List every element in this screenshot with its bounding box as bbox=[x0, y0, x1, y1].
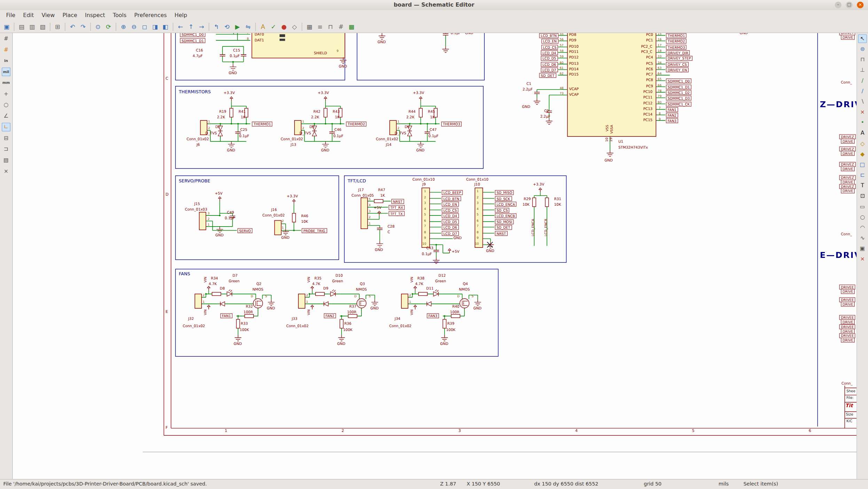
sch-text[interactable]: 0.1µF bbox=[239, 134, 249, 138]
sch-text[interactable]: 100K bbox=[446, 328, 455, 332]
sch-text[interactable]: 2 bbox=[424, 196, 426, 199]
grid-visibility-toggle[interactable]: # bbox=[2, 34, 10, 43]
sheet-pin-tool[interactable]: ⊏ bbox=[858, 171, 867, 180]
sch-text[interactable]: J15 bbox=[194, 202, 200, 206]
sch-text[interactable]: 2 bbox=[208, 218, 210, 221]
sch-text[interactable]: R38 bbox=[417, 277, 424, 280]
sch-text[interactable]: D10 bbox=[335, 274, 343, 277]
sch-text[interactable]: 6 bbox=[477, 219, 479, 222]
sch-text[interactable]: R39 bbox=[447, 322, 454, 326]
grid-overrides-toggle[interactable]: # bbox=[2, 45, 10, 54]
sch-text[interactable]: R45 bbox=[428, 110, 435, 113]
sch-text[interactable]: J34 bbox=[395, 317, 400, 321]
sch-text[interactable]: R42 bbox=[313, 110, 320, 113]
sch-text[interactable]: PD12 bbox=[569, 56, 578, 59]
sch-text[interactable]: 61 bbox=[560, 67, 563, 70]
sch-text[interactable]: SD_MOSI bbox=[495, 219, 514, 224]
sch-text[interactable]: 33 bbox=[658, 55, 662, 58]
sch-text[interactable]: THERMO1 bbox=[252, 121, 272, 127]
sch-text[interactable]: C bbox=[165, 77, 168, 81]
sch-text[interactable]: SDMMC1_D1 bbox=[180, 38, 205, 44]
sch-text[interactable]: R37 bbox=[349, 305, 356, 308]
sch-text[interactable]: LCD_ENCB bbox=[495, 213, 517, 219]
sch-text[interactable]: SD_DET bbox=[539, 73, 556, 78]
sch-text[interactable]: GND bbox=[337, 342, 345, 346]
free-angle-wires-button[interactable]: ∠ bbox=[2, 112, 10, 120]
sch-text[interactable]: LCD_BEEP bbox=[442, 190, 463, 195]
sch-text[interactable]: Tit bbox=[845, 403, 853, 408]
sch-text[interactable]: 5 bbox=[424, 213, 426, 216]
sch-text[interactable]: THERMO2 bbox=[346, 121, 367, 127]
sch-text[interactable]: 3 bbox=[477, 202, 479, 205]
sch-text[interactable]: Conn_01x02 bbox=[263, 214, 285, 217]
sch-text[interactable]: VSSA bbox=[610, 125, 613, 134]
sch-text[interactable]: +3.3V bbox=[287, 195, 298, 198]
hierarchical-sheet-tool[interactable]: □ bbox=[858, 160, 867, 169]
sch-text[interactable]: 3 bbox=[424, 202, 426, 205]
sch-text[interactable]: 10 bbox=[475, 243, 479, 246]
sch-text[interactable]: SDMMC1_D2 bbox=[666, 90, 691, 95]
sch-text[interactable]: D_TVS bbox=[299, 132, 311, 135]
sch-text[interactable]: 62 bbox=[560, 72, 563, 76]
mirror-button[interactable]: ⇋ bbox=[243, 22, 253, 32]
sch-text[interactable]: LCD_D4 bbox=[442, 213, 459, 219]
menu-item-preferences[interactable]: Preferences bbox=[130, 10, 171, 21]
sch-text[interactable]: 57 bbox=[560, 44, 563, 47]
sch-text[interactable]: 4.7K bbox=[312, 282, 320, 286]
nav-up-button[interactable]: ↑ bbox=[186, 22, 196, 32]
sch-text[interactable]: C46 bbox=[334, 128, 341, 132]
units-mils-button[interactable]: mil bbox=[2, 68, 10, 76]
sch-text[interactable]: PD13 bbox=[569, 62, 578, 65]
sch-text[interactable]: VIN bbox=[204, 309, 207, 315]
sch-text[interactable]: +3.3V bbox=[533, 183, 544, 186]
sch-text[interactable]: 8 bbox=[424, 231, 426, 234]
save-button[interactable]: ▣ bbox=[2, 22, 12, 32]
sch-text[interactable]: D12 bbox=[438, 274, 446, 277]
sch-text[interactable]: 1 bbox=[302, 120, 304, 124]
net-label-tool[interactable]: A bbox=[858, 129, 867, 137]
sch-text[interactable]: 80 bbox=[658, 101, 662, 104]
sch-text[interactable]: 4 bbox=[369, 204, 371, 207]
sch-text[interactable]: DRIVE bbox=[841, 338, 855, 343]
sch-text[interactable]: LCD_EN bbox=[541, 39, 558, 44]
sch-text[interactable]: C28 bbox=[388, 225, 394, 228]
redo-button[interactable]: ↷ bbox=[78, 22, 88, 32]
sch-text[interactable]: +5V bbox=[374, 206, 381, 210]
sch-text[interactable]: R47 bbox=[378, 188, 385, 192]
zoom-fit-button[interactable]: ◻ bbox=[140, 22, 150, 32]
sch-text[interactable]: J32 bbox=[188, 317, 194, 321]
highlight-net-tool[interactable]: ⊚ bbox=[858, 45, 867, 54]
zoom-in-button[interactable]: ⊕ bbox=[118, 22, 128, 32]
sch-text[interactable]: 19 bbox=[610, 137, 613, 142]
sch-text[interactable]: R35 bbox=[314, 277, 321, 280]
sch-text[interactable]: PROBE_TRIG bbox=[302, 228, 327, 234]
sch-text[interactable]: 7 bbox=[659, 107, 661, 110]
sch-text[interactable]: THERMO3 bbox=[666, 45, 687, 50]
find-button[interactable]: ⊙ bbox=[93, 22, 103, 32]
sch-text[interactable]: PC3_C bbox=[641, 50, 652, 54]
sch-text[interactable]: D2 bbox=[215, 125, 220, 129]
sch-text[interactable]: 79 bbox=[658, 95, 662, 98]
net-inspector-toggle[interactable]: × bbox=[2, 167, 10, 175]
hv-wires-mode-button[interactable]: ∟ bbox=[2, 123, 10, 131]
sch-text[interactable]: PD11 bbox=[569, 50, 578, 54]
sch-text[interactable]: GND bbox=[486, 249, 494, 253]
sch-text[interactable]: 56 bbox=[560, 38, 563, 41]
sch-text[interactable]: 10 bbox=[422, 243, 426, 246]
sch-text[interactable]: 1 bbox=[369, 222, 371, 225]
sch-text[interactable]: 2 bbox=[306, 294, 308, 297]
sch-text[interactable]: VIN bbox=[410, 277, 414, 282]
sch-text[interactable]: E bbox=[165, 310, 168, 314]
sch-text[interactable]: Shee bbox=[846, 389, 855, 393]
text-box-tool[interactable]: ⊡ bbox=[858, 192, 867, 200]
minimize-button[interactable]: – bbox=[835, 2, 842, 8]
sch-text[interactable]: C2 bbox=[544, 109, 549, 113]
place-symbol-tool[interactable]: ⊓ bbox=[858, 55, 867, 64]
page-settings-button[interactable]: ▤ bbox=[17, 22, 27, 32]
sch-text[interactable]: Conn_ bbox=[841, 232, 852, 236]
sch-text[interactable]: PD14 bbox=[569, 68, 578, 71]
sch-text[interactable]: GND bbox=[473, 307, 482, 310]
sch-text[interactable]: GND bbox=[339, 65, 347, 68]
sch-text[interactable]: R34 bbox=[211, 277, 218, 280]
sch-text[interactable]: R33 bbox=[241, 322, 248, 326]
